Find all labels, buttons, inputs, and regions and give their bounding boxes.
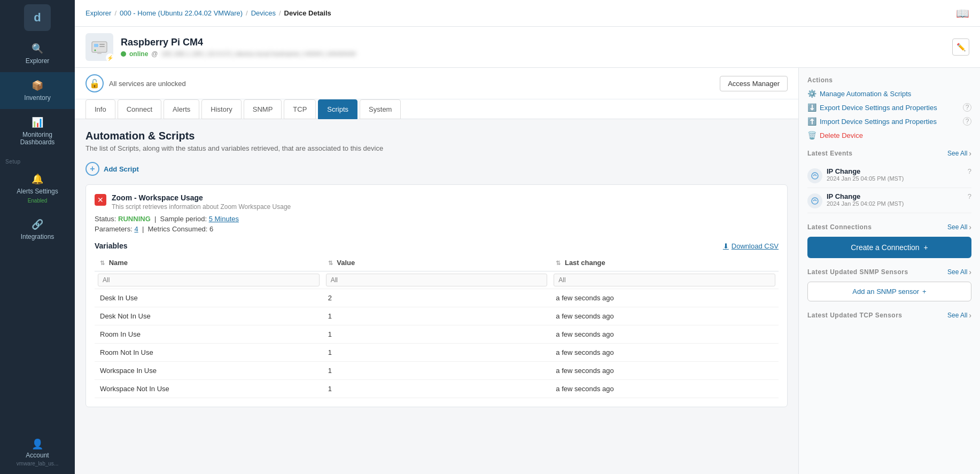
filter-change-input[interactable] [554,274,775,286]
sidebar-item-inventory[interactable]: 📦 Inventory [0,72,75,109]
latest-events-title: Latest Events [807,150,853,157]
lock-info: 🔓 All services are unlocked [85,74,186,92]
event-item-2: IP Change 2024 Jan 25 04:02 PM (MST) ? [807,188,971,213]
account-sub: vmware_lab_us... [17,461,58,467]
account-icon: 👤 [32,438,43,450]
sample-period-link[interactable]: 5 Minutes [209,215,239,223]
action-manage-automation[interactable]: ⚙️ Manage Automation & Scripts [807,89,971,98]
tab-history[interactable]: History [201,99,241,119]
snmp-see-all[interactable]: See All › [947,268,971,276]
breadcrumb-sep1: / [114,9,116,17]
filter-name-input[interactable] [98,274,320,286]
export-icon: ⬇️ [807,103,816,112]
sort-name-icon[interactable]: ⇅ [100,260,105,266]
svg-rect-0 [92,42,107,52]
explorer-icon: 🔍 [32,43,43,55]
col-lastchange: ⇅ Last change [550,254,779,271]
tab-alerts[interactable]: Alerts [164,99,199,119]
event-2-time: 2024 Jan 25 04:02 PM (MST) [827,200,963,207]
svg-rect-5 [97,52,102,54]
sort-change-icon[interactable]: ⇅ [556,260,561,266]
sidebar: d 🔍 Explorer 📦 Inventory 📊 Monitoring Da… [0,0,75,474]
tab-scripts[interactable]: Scripts [318,99,357,119]
import-label: Import Device Settings and Properties [820,118,937,126]
import-help-icon[interactable]: ? [963,117,971,126]
device-meta: 192.168.1.100 | 10.0.0.5 | device.local.… [161,50,356,58]
inventory-icon: 📦 [32,80,43,91]
action-delete-device[interactable]: 🗑️ Delete Device [807,131,971,139]
access-manager-button[interactable]: Access Manager [720,76,788,91]
create-connection-plus-icon: + [924,243,928,252]
breadcrumb-devices[interactable]: Devices [251,9,276,17]
events-see-all-label: See All [947,150,967,157]
add-script-row[interactable]: + Add Script [85,162,788,176]
variables-header: Variables ⬇ Download CSV [95,242,779,250]
sidebar-label-inventory: Inventory [24,94,50,102]
connections-see-all-label: See All [947,223,967,231]
manage-automation-label: Manage Automation & Scripts [820,90,911,98]
tab-connect[interactable]: Connect [118,99,161,119]
add-snmp-button[interactable]: Add an SNMP sensor + [807,282,971,301]
cell-name: Workspace In Use [95,362,323,380]
variables-table: ⇅ Name ⇅ Value ⇅ Last change [95,254,779,398]
tcp-see-all[interactable]: See All › [947,311,971,320]
app-logo[interactable]: d [24,4,51,31]
filter-row [95,271,779,289]
filter-value-input[interactable] [326,274,548,286]
sidebar-item-alerts[interactable]: 🔔 Alerts Settings Enabled [0,166,75,211]
cell-name: Room In Use [95,325,323,344]
import-icon: ⬆️ [807,117,816,126]
cell-value: 1 [323,307,551,325]
tab-snmp[interactable]: SNMP [244,99,282,119]
svg-rect-3 [99,46,105,47]
export-help-icon[interactable]: ? [963,103,971,112]
breadcrumb-explorer[interactable]: Explorer [85,9,111,17]
snmp-see-all-label: See All [947,268,967,276]
actions-title: Actions [807,76,971,84]
cell-name: Desk In Use [95,289,323,307]
script-params-line: Parameters: 4 | Metrics Consumed: 6 [95,225,779,233]
breadcrumb-home[interactable]: 000 - Home (Ubuntu 22.04.02 VMWare) [120,9,243,17]
action-export-settings[interactable]: ⬇️ Export Device Settings and Properties… [807,103,971,112]
edit-button[interactable]: ✏️ [952,38,969,56]
sort-value-icon[interactable]: ⇅ [328,260,333,266]
snmp-chevron-icon: › [969,268,971,276]
alerts-sub-label: Enabled [28,198,48,204]
params-link[interactable]: 4 [134,225,138,233]
connections-see-all[interactable]: See All › [947,223,971,231]
script-card: ✕ Zoom - Workspace Usage This script ret… [85,184,788,407]
book-icon[interactable]: 📖 [956,7,969,20]
script-remove-button[interactable]: ✕ [95,194,106,206]
latest-tcp-title: Latest Updated TCP Sensors [807,312,902,319]
cell-lastchange: a few seconds ago [550,344,779,362]
sidebar-label-monitoring: Monitoring Dashboards [4,131,71,146]
event-2-help[interactable]: ? [968,192,971,200]
section-desc: The list of Scripts, along with the stat… [85,144,788,152]
breadcrumb: Explorer / 000 - Home (Ubuntu 22.04.02 V… [85,9,331,17]
cell-lastchange: a few seconds ago [550,307,779,325]
download-csv-button[interactable]: ⬇ Download CSV [723,242,779,250]
sidebar-account[interactable]: 👤 Account vmware_lab_us... [0,431,75,474]
script-card-header: ✕ Zoom - Workspace Usage This script ret… [95,193,779,211]
latest-snmp-section: Latest Updated SNMP Sensors See All › Ad… [807,268,971,301]
latest-tcp-section: Latest Updated TCP Sensors See All › [807,311,971,320]
tab-tcp[interactable]: TCP [284,99,316,119]
events-chevron-icon: › [969,149,971,158]
script-title-block: Zoom - Workspace Usage This script retri… [112,193,291,211]
cell-name: Room Not In Use [95,344,323,362]
event-1-info: IP Change 2024 Jan 25 04:05 PM (MST) [827,167,963,182]
sidebar-label-explorer: Explorer [26,57,50,65]
events-see-all[interactable]: See All › [947,149,971,158]
tab-system[interactable]: System [360,99,401,119]
tab-info[interactable]: Info [85,99,115,119]
event-1-help[interactable]: ? [968,167,971,175]
tcp-chevron-icon: › [969,311,971,320]
cell-value: 1 [323,362,551,380]
cell-lastchange: a few seconds ago [550,362,779,380]
create-connection-button[interactable]: Create a Connection + [807,237,971,258]
sidebar-item-explorer[interactable]: 🔍 Explorer [0,35,75,72]
action-import-settings[interactable]: ⬆️ Import Device Settings and Properties… [807,117,971,126]
sidebar-item-monitoring[interactable]: 📊 Monitoring Dashboards [0,109,75,153]
svg-rect-1 [94,44,98,47]
sidebar-item-integrations[interactable]: 🔗 Integrations [0,211,75,248]
